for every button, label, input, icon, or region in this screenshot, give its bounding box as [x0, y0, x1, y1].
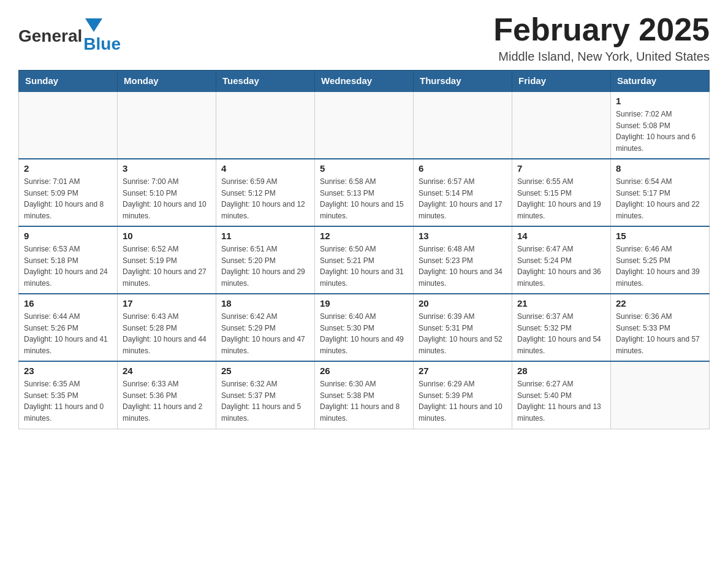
day-info: Sunrise: 6:32 AMSunset: 5:37 PMDaylight:…	[221, 378, 309, 424]
day-number: 4	[221, 163, 309, 174]
day-info: Sunrise: 6:58 AMSunset: 5:13 PMDaylight:…	[320, 176, 408, 221]
location-subtitle: Middle Island, New York, United States	[493, 50, 710, 64]
day-info: Sunrise: 6:39 AMSunset: 5:31 PMDaylight:…	[419, 311, 507, 356]
calendar-cell: 25Sunrise: 6:32 AMSunset: 5:37 PMDayligh…	[216, 361, 315, 429]
calendar-cell	[611, 361, 710, 429]
day-number: 7	[517, 163, 605, 174]
logo-triangle-icon	[85, 18, 102, 32]
week-row-1: 1Sunrise: 7:02 AMSunset: 5:08 PMDaylight…	[19, 91, 710, 159]
day-number: 12	[320, 231, 408, 241]
calendar-cell: 22Sunrise: 6:36 AMSunset: 5:33 PMDayligh…	[611, 294, 710, 361]
calendar-cell: 15Sunrise: 6:46 AMSunset: 5:25 PMDayligh…	[611, 226, 710, 294]
day-info: Sunrise: 6:43 AMSunset: 5:28 PMDaylight:…	[123, 311, 211, 356]
calendar-cell: 18Sunrise: 6:42 AMSunset: 5:29 PMDayligh…	[216, 294, 315, 361]
calendar-cell: 14Sunrise: 6:47 AMSunset: 5:24 PMDayligh…	[512, 226, 611, 294]
calendar-cell	[414, 91, 512, 159]
day-number: 23	[24, 366, 112, 376]
calendar-cell: 11Sunrise: 6:51 AMSunset: 5:20 PMDayligh…	[216, 226, 315, 294]
day-info: Sunrise: 6:36 AMSunset: 5:33 PMDaylight:…	[616, 311, 704, 356]
day-number: 8	[616, 163, 704, 174]
day-number: 27	[419, 366, 507, 376]
calendar-cell: 17Sunrise: 6:43 AMSunset: 5:28 PMDayligh…	[118, 294, 216, 361]
weekday-header-sunday: Sunday	[19, 71, 118, 92]
logo-text-general: General	[18, 26, 82, 46]
month-title: February 2025	[493, 12, 710, 47]
weekday-header-friday: Friday	[512, 71, 611, 92]
calendar-cell: 1Sunrise: 7:02 AMSunset: 5:08 PMDaylight…	[611, 91, 710, 159]
day-number: 5	[320, 163, 408, 174]
calendar-cell: 21Sunrise: 6:37 AMSunset: 5:32 PMDayligh…	[512, 294, 611, 361]
day-info: Sunrise: 6:48 AMSunset: 5:23 PMDaylight:…	[419, 243, 507, 289]
day-number: 1	[616, 96, 704, 106]
calendar-cell: 24Sunrise: 6:33 AMSunset: 5:36 PMDayligh…	[118, 361, 216, 429]
day-info: Sunrise: 6:57 AMSunset: 5:14 PMDaylight:…	[419, 176, 507, 221]
day-number: 2	[24, 163, 112, 174]
day-number: 14	[517, 231, 605, 241]
day-number: 6	[419, 163, 507, 174]
day-info: Sunrise: 6:44 AMSunset: 5:26 PMDaylight:…	[24, 311, 112, 356]
day-info: Sunrise: 6:51 AMSunset: 5:20 PMDaylight:…	[221, 243, 309, 289]
logo-text-blue: Blue	[83, 34, 121, 54]
day-number: 11	[221, 231, 309, 241]
calendar-cell	[216, 91, 315, 159]
day-info: Sunrise: 7:01 AMSunset: 5:09 PMDaylight:…	[24, 176, 112, 221]
calendar-cell: 3Sunrise: 7:00 AMSunset: 5:10 PMDaylight…	[118, 159, 216, 226]
weekday-header-saturday: Saturday	[611, 71, 710, 92]
day-number: 21	[517, 298, 605, 308]
day-number: 15	[616, 231, 704, 241]
calendar-cell: 6Sunrise: 6:57 AMSunset: 5:14 PMDaylight…	[414, 159, 512, 226]
calendar-cell	[118, 91, 216, 159]
calendar-cell: 23Sunrise: 6:35 AMSunset: 5:35 PMDayligh…	[19, 361, 118, 429]
day-info: Sunrise: 6:50 AMSunset: 5:21 PMDaylight:…	[320, 243, 408, 289]
calendar-cell: 10Sunrise: 6:52 AMSunset: 5:19 PMDayligh…	[118, 226, 216, 294]
calendar-cell: 9Sunrise: 6:53 AMSunset: 5:18 PMDaylight…	[19, 226, 118, 294]
day-info: Sunrise: 6:46 AMSunset: 5:25 PMDaylight:…	[616, 243, 704, 289]
day-number: 3	[123, 163, 211, 174]
calendar-cell: 27Sunrise: 6:29 AMSunset: 5:39 PMDayligh…	[414, 361, 512, 429]
day-info: Sunrise: 6:42 AMSunset: 5:29 PMDaylight:…	[221, 311, 309, 356]
calendar-cell: 8Sunrise: 6:54 AMSunset: 5:17 PMDaylight…	[611, 159, 710, 226]
calendar-cell: 16Sunrise: 6:44 AMSunset: 5:26 PMDayligh…	[19, 294, 118, 361]
calendar-cell: 2Sunrise: 7:01 AMSunset: 5:09 PMDaylight…	[19, 159, 118, 226]
weekday-header-tuesday: Tuesday	[216, 71, 315, 92]
week-row-5: 23Sunrise: 6:35 AMSunset: 5:35 PMDayligh…	[19, 361, 710, 429]
day-info: Sunrise: 6:59 AMSunset: 5:12 PMDaylight:…	[221, 176, 309, 221]
calendar-cell	[512, 91, 611, 159]
week-row-4: 16Sunrise: 6:44 AMSunset: 5:26 PMDayligh…	[19, 294, 710, 361]
day-info: Sunrise: 6:40 AMSunset: 5:30 PMDaylight:…	[320, 311, 408, 356]
day-number: 16	[24, 298, 112, 308]
week-row-3: 9Sunrise: 6:53 AMSunset: 5:18 PMDaylight…	[19, 226, 710, 294]
day-info: Sunrise: 6:52 AMSunset: 5:19 PMDaylight:…	[123, 243, 211, 289]
page-header: General Blue February 2025 Middle Island…	[18, 12, 710, 64]
day-info: Sunrise: 6:35 AMSunset: 5:35 PMDaylight:…	[24, 378, 112, 424]
day-number: 28	[517, 366, 605, 376]
day-info: Sunrise: 6:27 AMSunset: 5:40 PMDaylight:…	[517, 378, 605, 424]
calendar-cell: 28Sunrise: 6:27 AMSunset: 5:40 PMDayligh…	[512, 361, 611, 429]
day-info: Sunrise: 6:30 AMSunset: 5:38 PMDaylight:…	[320, 378, 408, 424]
calendar-cell: 12Sunrise: 6:50 AMSunset: 5:21 PMDayligh…	[315, 226, 414, 294]
day-info: Sunrise: 6:53 AMSunset: 5:18 PMDaylight:…	[24, 243, 112, 289]
calendar-cell: 13Sunrise: 6:48 AMSunset: 5:23 PMDayligh…	[414, 226, 512, 294]
day-number: 18	[221, 298, 309, 308]
calendar-table: SundayMondayTuesdayWednesdayThursdayFrid…	[18, 70, 710, 429]
logo: General Blue	[18, 18, 121, 54]
day-number: 19	[320, 298, 408, 308]
day-number: 25	[221, 366, 309, 376]
week-row-2: 2Sunrise: 7:01 AMSunset: 5:09 PMDaylight…	[19, 159, 710, 226]
day-info: Sunrise: 6:37 AMSunset: 5:32 PMDaylight:…	[517, 311, 605, 356]
day-info: Sunrise: 6:29 AMSunset: 5:39 PMDaylight:…	[419, 378, 507, 424]
day-info: Sunrise: 7:02 AMSunset: 5:08 PMDaylight:…	[616, 109, 704, 154]
calendar-cell: 7Sunrise: 6:55 AMSunset: 5:15 PMDaylight…	[512, 159, 611, 226]
calendar-cell	[315, 91, 414, 159]
day-number: 9	[24, 231, 112, 241]
calendar-cell: 19Sunrise: 6:40 AMSunset: 5:30 PMDayligh…	[315, 294, 414, 361]
day-number: 10	[123, 231, 211, 241]
weekday-header-row: SundayMondayTuesdayWednesdayThursdayFrid…	[19, 71, 710, 92]
day-number: 13	[419, 231, 507, 241]
title-area: February 2025 Middle Island, New York, U…	[493, 12, 710, 64]
day-info: Sunrise: 7:00 AMSunset: 5:10 PMDaylight:…	[123, 176, 211, 221]
weekday-header-wednesday: Wednesday	[315, 71, 414, 92]
weekday-header-monday: Monday	[118, 71, 216, 92]
day-number: 20	[419, 298, 507, 308]
calendar-cell: 20Sunrise: 6:39 AMSunset: 5:31 PMDayligh…	[414, 294, 512, 361]
